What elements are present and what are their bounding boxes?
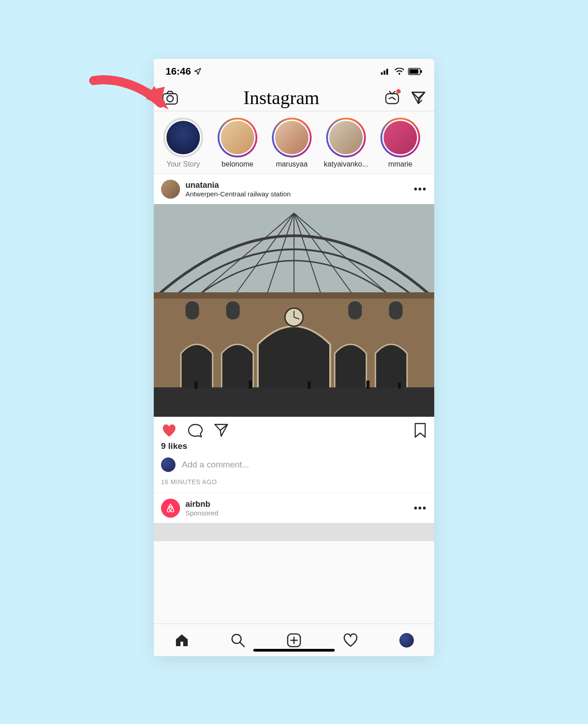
story-avatar <box>329 121 363 154</box>
sponsored-post-header: airbnb Sponsored ••• <box>154 493 434 523</box>
home-indicator[interactable] <box>253 649 335 652</box>
svg-point-36 <box>232 634 241 643</box>
svg-rect-31 <box>249 381 252 389</box>
story-item[interactable]: belonome <box>215 118 260 168</box>
svg-rect-28 <box>154 387 434 417</box>
story-avatar <box>275 121 308 154</box>
post-author-avatar[interactable] <box>161 180 180 199</box>
activity-icon[interactable] <box>342 633 359 648</box>
svg-rect-24 <box>185 301 199 319</box>
story-ring <box>326 118 366 157</box>
story-label: mmarie <box>388 160 412 168</box>
airbnb-logo-icon[interactable] <box>161 499 180 518</box>
current-user-avatar <box>161 457 175 472</box>
sponsored-label: Sponsored <box>185 509 408 517</box>
brand-logo: Instagram <box>243 87 319 109</box>
share-icon[interactable] <box>213 423 229 438</box>
svg-rect-10 <box>386 94 398 104</box>
svg-rect-34 <box>398 382 401 389</box>
likes-count[interactable]: 9 likes <box>154 441 434 455</box>
post-header: unatania Antwerpen-Centraal railway stat… <box>154 174 434 204</box>
svg-rect-6 <box>409 69 418 74</box>
post-username[interactable]: unatania <box>185 181 408 190</box>
svg-rect-30 <box>194 381 198 389</box>
svg-point-4 <box>398 73 400 75</box>
svg-rect-1 <box>381 72 383 75</box>
location-arrow-icon <box>194 67 202 76</box>
search-icon[interactable] <box>230 633 246 648</box>
direct-messages-icon[interactable] <box>411 90 426 105</box>
comment-icon[interactable] <box>187 423 204 438</box>
wifi-icon <box>394 68 404 75</box>
svg-rect-26 <box>348 301 362 319</box>
home-icon[interactable] <box>174 633 190 648</box>
phone-frame: 16:46 Instagram <box>154 59 434 656</box>
sponsored-image-peek[interactable] <box>154 523 434 541</box>
svg-rect-25 <box>226 301 240 319</box>
story-avatar <box>221 121 254 154</box>
svg-rect-33 <box>366 381 370 389</box>
story-label: katyaivanko... <box>324 160 368 168</box>
comment-placeholder: Add a comment... <box>182 460 249 470</box>
svg-rect-7 <box>421 70 422 73</box>
cell-signal-icon <box>381 68 391 75</box>
status-bar: 16:46 <box>154 59 434 84</box>
story-item[interactable]: marusyaa <box>270 118 314 168</box>
story-label: Your Story <box>166 160 200 168</box>
story-avatar <box>384 121 417 154</box>
bookmark-icon[interactable] <box>413 422 427 438</box>
story-item[interactable]: katyaivanko... <box>324 118 368 168</box>
post-more-icon[interactable]: ••• <box>414 183 427 195</box>
like-icon[interactable] <box>161 423 177 438</box>
battery-icon <box>408 68 422 75</box>
top-nav: Instagram <box>154 84 434 111</box>
svg-rect-32 <box>308 381 311 389</box>
profile-tab[interactable] <box>399 633 414 648</box>
igtv-icon[interactable] <box>384 90 400 105</box>
profile-avatar-icon <box>399 633 414 648</box>
story-label: belonome <box>222 160 253 168</box>
svg-line-37 <box>240 643 244 647</box>
annotation-arrow <box>88 72 174 127</box>
new-post-icon[interactable] <box>286 633 302 648</box>
story-label: marusyaa <box>276 160 308 168</box>
post-location[interactable]: Antwerpen-Centraal railway station <box>185 190 408 198</box>
story-ring <box>218 118 257 157</box>
story-item[interactable]: mmarie <box>378 118 422 168</box>
svg-rect-27 <box>389 301 403 319</box>
sponsored-username[interactable]: airbnb <box>185 500 408 509</box>
svg-rect-20 <box>154 292 434 299</box>
post-actions <box>154 417 434 441</box>
svg-rect-2 <box>384 71 385 75</box>
sponsored-more-icon[interactable]: ••• <box>414 502 427 514</box>
stories-tray[interactable]: Your Storybelonomemarusyaakatyaivanko...… <box>154 111 434 174</box>
igtv-notification-dot <box>396 89 401 94</box>
story-ring <box>380 118 420 157</box>
post-timestamp: 16 MINUTES AGO <box>154 475 434 493</box>
add-comment-row[interactable]: Add a comment... <box>154 455 434 475</box>
svg-rect-3 <box>386 69 388 75</box>
story-ring <box>272 118 312 157</box>
post-image[interactable] <box>154 204 434 417</box>
